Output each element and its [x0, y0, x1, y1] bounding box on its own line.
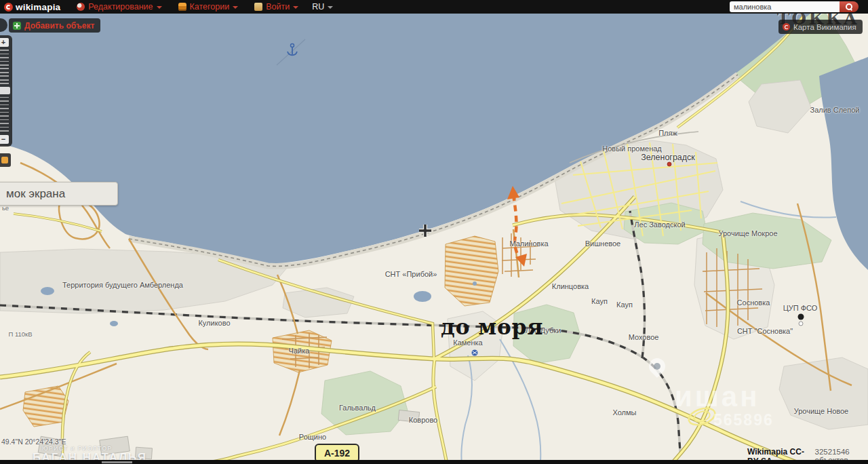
add-place-icon: [13, 22, 21, 30]
menu-editing[interactable]: Редактирование: [77, 2, 161, 12]
zoom-handle[interactable]: [0, 87, 10, 94]
zoom-ticks: [0, 50, 9, 85]
wikimapia-logo-text: wikimapia: [16, 2, 60, 12]
globe-icon: [77, 3, 85, 11]
map-viewport: Залив СлепойПляжНовый променадЗеленоград…: [0, 14, 868, 464]
wikimapia-logo[interactable]: wikimapia: [4, 2, 60, 12]
screenshot-tooltip: мок экрана: [0, 182, 118, 206]
wikimapia-logo-icon: [4, 3, 13, 12]
watermark-brand-text: ишан: [675, 381, 760, 413]
menu-language[interactable]: RU: [312, 2, 333, 12]
search-box: [730, 1, 859, 12]
search-input[interactable]: [730, 1, 840, 12]
chevron-down-icon: [157, 6, 162, 9]
zoom-ticks: [0, 97, 9, 134]
wikimapia-map-icon: [783, 23, 790, 31]
menu-login[interactable]: Войти: [254, 2, 298, 12]
search-icon: [846, 3, 852, 10]
categories-icon: [178, 3, 186, 11]
map-type-button[interactable]: Карта Викимапия: [778, 20, 863, 34]
search-button[interactable]: [840, 1, 859, 12]
chevron-down-icon: [328, 6, 333, 9]
zoom-in-button[interactable]: +: [0, 38, 9, 47]
watermark-phone-number: 565896: [713, 411, 774, 429]
chevron-down-icon: [233, 6, 238, 9]
menu-categories[interactable]: Категории: [178, 2, 239, 12]
scale-dash: [102, 461, 132, 463]
bottom-strip: [0, 460, 868, 464]
chevron-down-icon: [293, 6, 298, 9]
town-marker-dot: [667, 162, 671, 166]
login-icon: [254, 3, 262, 11]
zoom-out-button[interactable]: −: [0, 135, 9, 144]
ruler-tool-button[interactable]: [0, 153, 11, 167]
antenna-icon: [798, 314, 804, 320]
coordinates-readout: 49.4"N 20°24'24.3"E: [1, 438, 66, 446]
add-object-button[interactable]: Добавить объект: [9, 18, 100, 33]
zoom-slider[interactable]: + −: [0, 35, 12, 147]
top-bar: wikimapia Редактирование Категории Войти…: [0, 0, 868, 14]
distance-annotation: до моря: [441, 315, 543, 339]
